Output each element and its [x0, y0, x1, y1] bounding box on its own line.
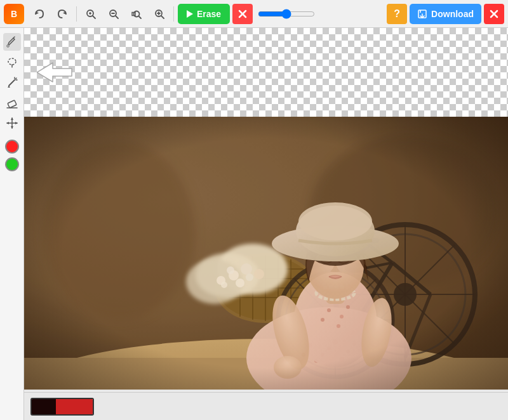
- svg-line-13: [161, 16, 164, 18]
- color-swatch[interactable]: [30, 398, 94, 416]
- erase-button[interactable]: Erase: [178, 4, 230, 24]
- foreground-color-button[interactable]: [5, 140, 19, 154]
- svg-line-27: [9, 80, 15, 86]
- fit-button[interactable]: [126, 4, 147, 24]
- svg-marker-38: [6, 122, 9, 124]
- zoom-actual-button[interactable]: [149, 4, 170, 24]
- undo-button[interactable]: [29, 4, 50, 24]
- close-button[interactable]: [484, 4, 504, 24]
- svg-line-30: [15, 78, 17, 79]
- brush-size-slider[interactable]: [258, 9, 315, 19]
- bottom-bar: [24, 392, 508, 420]
- photo-container[interactable]: [24, 117, 508, 392]
- svg-line-5: [93, 16, 95, 18]
- transparent-area: [24, 28, 508, 117]
- zoom-in-button[interactable]: [81, 4, 101, 24]
- download-button[interactable]: Download: [410, 4, 481, 24]
- photo-canvas: [24, 117, 508, 390]
- svg-rect-32: [7, 100, 16, 108]
- brush-tool-button[interactable]: [3, 33, 21, 51]
- brush-size-slider-container: [258, 9, 315, 19]
- main-area: [0, 28, 508, 420]
- magic-wand-tool-button[interactable]: [3, 74, 21, 91]
- move-tool-button[interactable]: [3, 114, 21, 132]
- svg-marker-39: [15, 122, 18, 124]
- divider-2: [173, 6, 174, 22]
- play-icon: [187, 10, 193, 18]
- help-button[interactable]: ?: [387, 4, 407, 24]
- svg-marker-31: [8, 86, 10, 88]
- erase-label: Erase: [197, 9, 221, 19]
- cancel-erase-button[interactable]: [232, 4, 253, 24]
- download-label: Download: [431, 9, 474, 19]
- svg-line-24: [13, 37, 15, 38]
- zoom-out-button[interactable]: [104, 4, 124, 24]
- svg-marker-0: [36, 11, 39, 15]
- divider-1: [76, 6, 77, 22]
- swatch-red-portion: [56, 399, 93, 414]
- svg-rect-117: [24, 117, 508, 390]
- redo-button[interactable]: [52, 4, 72, 24]
- left-toolbar: [0, 28, 24, 420]
- top-toolbar: B: [0, 0, 508, 28]
- svg-line-10: [139, 16, 141, 18]
- svg-point-23: [6, 45, 9, 48]
- lasso-tool-button[interactable]: [3, 53, 21, 71]
- swatch-dark-portion: [32, 399, 56, 414]
- svg-line-8: [116, 16, 118, 18]
- svg-marker-36: [11, 117, 13, 120]
- background-color-button[interactable]: [5, 157, 19, 171]
- app-logo: B: [4, 4, 24, 24]
- svg-marker-37: [11, 126, 13, 129]
- svg-point-25: [8, 58, 16, 65]
- eraser-tool-button[interactable]: [3, 94, 21, 112]
- svg-marker-1: [63, 11, 66, 15]
- canvas-area: [24, 28, 508, 420]
